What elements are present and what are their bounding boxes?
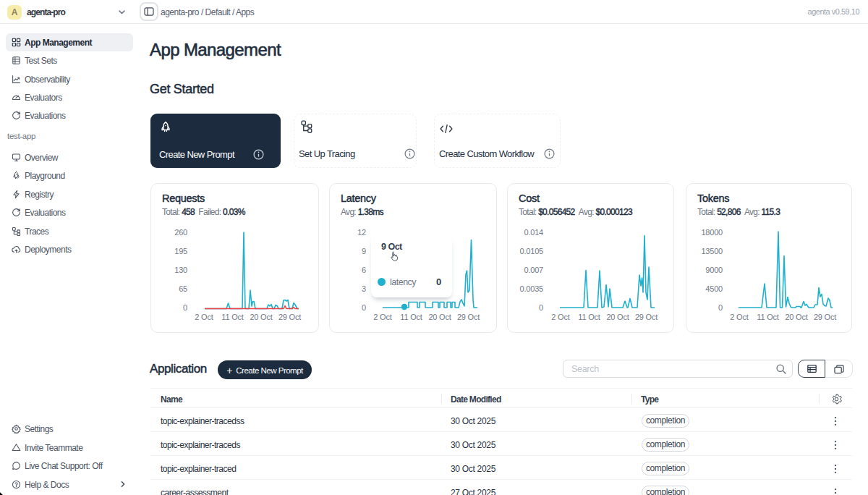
svg-text:3: 3 — [362, 284, 366, 293]
svg-text:18000: 18000 — [701, 228, 723, 237]
svg-text:29 Oct: 29 Oct — [814, 313, 836, 321]
svg-text:195: 195 — [174, 247, 187, 255]
svg-text:4500: 4500 — [705, 284, 723, 293]
svg-text:20 Oct: 20 Oct — [250, 313, 272, 321]
svg-text:0: 0 — [183, 303, 187, 312]
svg-text:0.0035: 0.0035 — [520, 284, 544, 293]
svg-text:130: 130 — [174, 266, 187, 274]
svg-text:9000: 9000 — [705, 266, 723, 274]
svg-text:11 Oct: 11 Oct — [400, 313, 422, 321]
svg-text:0: 0 — [362, 303, 366, 312]
svg-text:20 Oct: 20 Oct — [785, 313, 807, 321]
svg-text:0.014: 0.014 — [524, 228, 543, 237]
svg-text:2 Oct: 2 Oct — [195, 313, 213, 321]
svg-text:2 Oct: 2 Oct — [373, 313, 391, 321]
svg-text:65: 65 — [179, 284, 187, 293]
svg-text:0.0105: 0.0105 — [520, 247, 544, 255]
svg-text:9: 9 — [362, 247, 366, 255]
svg-text:0: 0 — [718, 303, 723, 312]
svg-text:12: 12 — [357, 228, 366, 237]
svg-text:11 Oct: 11 Oct — [757, 313, 779, 321]
svg-text:20 Oct: 20 Oct — [428, 313, 451, 321]
svg-text:20 Oct: 20 Oct — [606, 313, 629, 321]
svg-text:13500: 13500 — [701, 247, 723, 255]
svg-text:11 Oct: 11 Oct — [578, 313, 600, 321]
svg-text:2 Oct: 2 Oct — [551, 313, 569, 321]
svg-text:29 Oct: 29 Oct — [278, 313, 301, 321]
svg-text:260: 260 — [174, 228, 187, 237]
svg-text:29 Oct: 29 Oct — [457, 313, 480, 321]
svg-text:11 Oct: 11 Oct — [221, 313, 244, 321]
svg-text:6: 6 — [362, 266, 366, 274]
svg-text:2 Oct: 2 Oct — [730, 313, 748, 321]
svg-text:29 Oct: 29 Oct — [635, 313, 658, 321]
svg-text:0.007: 0.007 — [524, 266, 543, 274]
svg-text:0: 0 — [539, 303, 543, 312]
